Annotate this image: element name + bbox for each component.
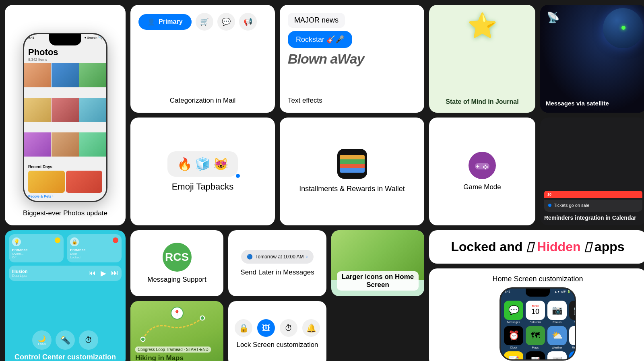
cc-label: Control Center customization bbox=[14, 353, 116, 361]
lock-icon-4: 🔔 bbox=[302, 319, 320, 337]
col3-row2-container: Locked and ⌷ Hidden ⌷ apps Home Screen c… bbox=[429, 230, 644, 361]
locked-apps-text: Locked and ⌷ Hidden ⌷ apps bbox=[451, 240, 624, 254]
blown-away-text2: Blown aWay bbox=[288, 51, 364, 67]
app-appstore[interactable]: 🅰 App Store bbox=[569, 351, 576, 361]
play-icon[interactable]: ▶ bbox=[101, 269, 106, 278]
col2-row2-container: RCS Messaging Support 🔵 Tomorrow at 10:0… bbox=[130, 230, 424, 361]
app-camera[interactable]: 📸 Camera bbox=[569, 301, 576, 324]
cc-bottom-icons: 🌙 Focus 🔦 ⏱ bbox=[32, 330, 98, 350]
satellite-label: Messages via satellite bbox=[546, 99, 609, 107]
app-messages[interactable]: 💬 Messages bbox=[504, 301, 523, 324]
door-label: DoorLocked bbox=[70, 252, 118, 259]
major-news-bubble2: MAJOR news bbox=[288, 13, 345, 28]
photos-update-label: Biggest-ever Photos update bbox=[23, 206, 107, 217]
chat-btn2[interactable]: 💬 bbox=[217, 13, 235, 31]
media-artist: Dua Lipa bbox=[12, 274, 28, 278]
rcs-badge: RCS bbox=[163, 243, 192, 272]
text-effects-label2: Text effects bbox=[288, 97, 416, 105]
app-clock[interactable]: ⏰ Clock bbox=[504, 326, 523, 349]
focus-widget[interactable]: 🌙 Focus bbox=[32, 330, 52, 350]
cursor-bracket-close: ⌷ bbox=[584, 240, 594, 254]
status-dot-red bbox=[113, 237, 118, 243]
prev-icon[interactable]: ⏮ bbox=[89, 269, 96, 278]
flashlight-widget[interactable]: 🔦 bbox=[56, 330, 75, 350]
wallet-card2: Installments & Rewards in Wallet bbox=[280, 118, 424, 225]
cc-widget-entrance2: 🔒 Entrance DoorLocked bbox=[67, 234, 122, 262]
lock-icon-1: 🔒 bbox=[235, 319, 252, 337]
phone-statusbar2: 9:41 ▲▼ WiFi 🔋 bbox=[505, 290, 571, 293]
reminders-card: 10 Tickets go on sale Reminders integrat… bbox=[540, 118, 644, 225]
clock-icon: 🔵 bbox=[247, 254, 253, 260]
cc-media-widget: Illusion Dua Lipa ⏮ ▶ ⏭ bbox=[9, 266, 122, 281]
emoji-tapbacks-label2: Emoji Tapbacks bbox=[172, 182, 234, 192]
status-dot-yellow bbox=[55, 237, 60, 243]
journal-label: State of Mind in Journal bbox=[446, 98, 518, 106]
gamepad-svg bbox=[474, 160, 490, 171]
hiking-pin: 📍 bbox=[171, 307, 184, 320]
app-news[interactable]: 📰 News bbox=[547, 351, 567, 361]
app-reminders[interactable]: 📋 Reminders bbox=[569, 326, 576, 349]
primary-btn2[interactable]: 👤Primary bbox=[138, 14, 192, 30]
cc-widget-entrance1: 💡 Entrance Overh...Off bbox=[9, 234, 64, 262]
reminders-date-num: 10 bbox=[547, 192, 551, 196]
svg-point-3 bbox=[485, 165, 486, 166]
gamepad-icon bbox=[469, 152, 496, 179]
photos-count: 8,342 Items bbox=[28, 58, 102, 62]
svg-point-9 bbox=[200, 316, 205, 320]
send-later-label: Send Later in Messages bbox=[240, 268, 314, 276]
locked-apps-card: Locked and ⌷ Hidden ⌷ apps bbox=[429, 230, 644, 264]
gamemode-card: Game Mode bbox=[429, 118, 535, 225]
heart2: 😻 bbox=[213, 157, 228, 171]
wallet-label2: Installments & Rewards in Wallet bbox=[299, 184, 405, 194]
cursor-bracket-open: ⌷ bbox=[526, 240, 533, 254]
arrow-icon: › bbox=[306, 254, 308, 260]
app-weather[interactable]: ⛅ Weather bbox=[547, 326, 567, 349]
entrance-label2: Entrance bbox=[70, 248, 118, 252]
fire2: 🔥 bbox=[177, 157, 192, 171]
svg-point-8 bbox=[141, 337, 145, 342]
lock-screen-card: 🔒 🖼 ⏱ 🔔 Lock Screen customization bbox=[228, 301, 326, 361]
text-effects-card2: MAJOR news Rockstar 🎸🎤 Blown aWay Text e… bbox=[280, 5, 424, 113]
ios-phone: 9:41 ▲▼ WiFi 🔋 💬 Messages MON 10 bbox=[500, 287, 576, 361]
lock-screen-icons-row: 🔒 🖼 ⏱ 🔔 bbox=[235, 319, 320, 337]
lock-icon-2-active: 🖼 bbox=[257, 319, 275, 337]
cc-grid: 💡 Entrance Overh...Off 🔒 Entrance DoorLo… bbox=[9, 234, 122, 281]
photos-card: 9:41 ● Search 🔍 Photos 8,342 Items bbox=[5, 5, 126, 225]
reminders-red-bar: 10 bbox=[544, 191, 642, 198]
mail-label2: Categorization in Mail bbox=[138, 97, 267, 105]
app-maps[interactable]: 🗺 Maps bbox=[526, 326, 545, 349]
rcs-card: RCS Messaging Support bbox=[130, 230, 223, 296]
bubble-dot2 bbox=[236, 174, 240, 178]
star-icon: ⭐ bbox=[467, 11, 497, 40]
control-center-card: 💡 Entrance Overh...Off 🔒 Entrance DoorLo… bbox=[5, 230, 126, 361]
col2-row1-container: 👤Primary 🛒 💬 📢 Categorization in Mail MA… bbox=[130, 5, 424, 225]
mail-card2: 👤Primary 🛒 💬 📢 Categorization in Mail bbox=[130, 5, 275, 113]
col3-row1-container: ⭐ State of Mind in Journal 📡 Messages vi… bbox=[429, 5, 644, 225]
wallet-icon2 bbox=[337, 149, 367, 179]
app-stocks[interactable]: 📈 Stocks bbox=[526, 351, 545, 361]
lock-icon: 🔒 bbox=[70, 237, 79, 246]
next-icon[interactable]: ⏭ bbox=[111, 269, 118, 278]
people-pets-label[interactable]: People & Pets › bbox=[28, 194, 102, 198]
cart-btn2[interactable]: 🛒 bbox=[196, 13, 213, 31]
homescreen-card: Home Screen customization 9:41 ▲▼ WiFi 🔋… bbox=[429, 268, 644, 361]
app-photos[interactable]: 📷 Photos bbox=[547, 301, 567, 324]
status-dot bbox=[621, 26, 625, 30]
reminders-label: Reminders integration in Calendar bbox=[544, 214, 636, 221]
homescreen-label: Home Screen customization bbox=[492, 275, 583, 283]
svg-point-6 bbox=[485, 168, 486, 169]
timer-widget[interactable]: ⏱ bbox=[79, 330, 98, 350]
hidden-text: Hidden bbox=[537, 239, 580, 254]
svg-rect-2 bbox=[476, 166, 479, 167]
journal-card: ⭐ State of Mind in Journal bbox=[429, 5, 535, 113]
send-later-bubble: 🔵 Tomorrow at 10:00 AM › bbox=[241, 250, 313, 264]
ice2: 🧊 bbox=[195, 157, 210, 171]
locked-text-part1: Locked and bbox=[451, 239, 522, 254]
app-calendar[interactable]: MON 10 Calendar bbox=[526, 301, 545, 324]
app-notes[interactable]: 📝 Notes bbox=[504, 351, 523, 361]
broadcast-btn2[interactable]: 📢 bbox=[239, 13, 257, 31]
apps-text-part3: apps bbox=[594, 239, 625, 254]
phone-mockup: 9:41 ● Search 🔍 Photos 8,342 Items bbox=[23, 33, 107, 202]
overh-label: Overh...Off bbox=[12, 252, 60, 259]
app-icons-grid: 💬 Messages MON 10 Calendar 📷 bbox=[504, 301, 572, 361]
